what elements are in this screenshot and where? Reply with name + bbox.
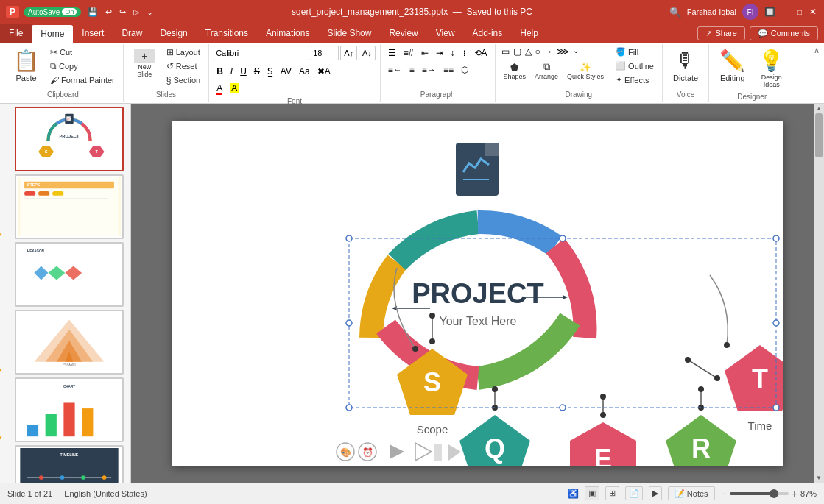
increase-font-button[interactable]: A↑ [340, 46, 357, 60]
highlight-button[interactable]: A [227, 81, 242, 96]
tab-slide-show[interactable]: Slide Show [318, 24, 380, 43]
tab-view[interactable]: View [427, 24, 464, 43]
tab-home[interactable]: Home [32, 25, 73, 43]
autosave-toggle[interactable]: On [62, 8, 77, 15]
shape-item-round-rect[interactable]: ▢ [512, 46, 523, 57]
shape-item-arrow[interactable]: → [543, 46, 554, 57]
shapes-button[interactable]: ⬟ Shapes [500, 60, 530, 82]
layout-button[interactable]: ⊞ Layout [163, 46, 204, 59]
format-painter-button[interactable]: 🖌 Format Painter [46, 74, 119, 87]
collapse-ribbon-button[interactable]: ∧ [814, 46, 820, 55]
view-reading-button[interactable]: 📄 [625, 486, 643, 500]
slide-thumb-3[interactable]: HEXAGON [15, 242, 124, 307]
italic-button[interactable]: I [228, 64, 236, 79]
undo-button[interactable]: ↩ [103, 7, 114, 18]
shape-item-chevron[interactable]: ⋙ [555, 46, 571, 57]
zoom-in-button[interactable]: + [792, 488, 797, 500]
design-ideas-button[interactable]: 💡 DesignIdeas [753, 46, 790, 91]
ribbon-display-button[interactable]: 🔲 [764, 7, 775, 17]
language: English (United States) [64, 489, 147, 498]
slide-count: Slide 1 of 21 [7, 489, 52, 498]
tab-insert[interactable]: Insert [73, 24, 113, 43]
line-spacing-button[interactable]: ↕ [448, 46, 458, 60]
slide-thumb-5[interactable]: CHART [15, 377, 124, 442]
view-slide-sorter-button[interactable]: ⊞ [605, 486, 619, 500]
arrange-button[interactable]: ⧉ Arrange [531, 59, 562, 82]
tab-design[interactable]: Design [151, 24, 196, 43]
redo-button[interactable]: ↪ [117, 7, 128, 18]
smart-art-convert-button[interactable]: ⬡ [458, 63, 471, 77]
cut-button[interactable]: ✂ Cut [46, 46, 119, 59]
indent-less-button[interactable]: ⇤ [418, 46, 432, 60]
slide-thumb-6[interactable]: TIMELINE [15, 445, 124, 483]
scroll-up-button[interactable]: ▲ [816, 105, 822, 112]
section-button[interactable]: § Section [163, 74, 204, 87]
tab-file[interactable]: File [0, 24, 32, 43]
slide-thumb-2[interactable]: STEPS [15, 174, 124, 239]
character-spacing-button[interactable]: AV [278, 64, 295, 79]
clear-format-button[interactable]: ✖A [314, 64, 334, 79]
font-color-button[interactable]: A [214, 81, 225, 96]
text-direction-button[interactable]: ⟲A [471, 46, 490, 60]
present-button[interactable]: ▷ [131, 7, 141, 18]
view-normal-button[interactable]: ▣ [585, 486, 599, 500]
tab-add-ins[interactable]: Add-ins [464, 24, 512, 43]
bullets-button[interactable]: ☰ [385, 46, 399, 60]
align-center-button[interactable]: ≡ [406, 63, 418, 77]
align-right-button[interactable]: ≡→ [419, 63, 439, 77]
more-options-button[interactable]: ⌄ [144, 7, 155, 18]
autosave-badge[interactable]: AutoSave On [24, 7, 81, 17]
comments-button[interactable]: 💬 Comments [750, 26, 818, 40]
tab-help[interactable]: Help [511, 24, 547, 43]
save-button[interactable]: 💾 [85, 7, 100, 18]
tab-review[interactable]: Review [380, 24, 426, 43]
tab-animations[interactable]: Animations [257, 24, 318, 43]
zoom-slider-track[interactable] [730, 492, 789, 495]
paste-button[interactable]: 📋 Paste [7, 46, 45, 85]
reset-button[interactable]: ↺ Reset [163, 60, 204, 73]
quick-styles-button[interactable]: ✨ Quick Styles [563, 60, 608, 82]
decrease-font-button[interactable]: A↓ [359, 46, 376, 60]
scroll-down-button[interactable]: ▼ [816, 475, 822, 481]
shape-item-rect[interactable]: ▭ [500, 46, 511, 57]
shape-effects-button[interactable]: ✦ Effects [612, 74, 658, 86]
shape-outline-button[interactable]: ⬜ Outline [612, 60, 658, 72]
view-slide-show-button[interactable]: ▶ [649, 486, 662, 500]
search-icon[interactable]: 🔍 [669, 7, 681, 18]
new-slide-button[interactable]: + New Slide [128, 46, 161, 81]
dictate-button[interactable]: 🎙 Dictate [667, 46, 704, 85]
font-case-button[interactable]: Aa [296, 64, 313, 79]
zoom-out-button[interactable]: − [721, 488, 727, 500]
tab-draw[interactable]: Draw [113, 24, 151, 43]
bold-button[interactable]: B [214, 64, 226, 79]
share-button[interactable]: ↗ Share [697, 26, 744, 40]
maximize-button[interactable]: □ [795, 7, 805, 17]
tab-transitions[interactable]: Transitions [197, 24, 257, 43]
slide-thumb-4[interactable]: PYRAMID [15, 310, 124, 375]
editing-button[interactable]: ✏️ Editing [714, 46, 751, 85]
slide-thumb-1[interactable]: S T PROJECT 📈 [15, 107, 124, 171]
slide-canvas[interactable]: PROJECT Your Text Here S Scope [172, 121, 783, 466]
align-left-button[interactable]: ≡← [385, 63, 405, 77]
shadow-button[interactable]: S̲ [264, 64, 276, 79]
underline-button[interactable]: U [237, 64, 250, 79]
columns-button[interactable]: ⫶ [459, 46, 470, 60]
shape-item-circle[interactable]: ○ [534, 46, 542, 57]
zoom-slider-thumb[interactable] [770, 489, 778, 498]
vertical-scrollbar[interactable]: ▲ ▼ [814, 104, 824, 483]
close-button[interactable]: ✕ [808, 7, 818, 17]
shape-fill-button[interactable]: 🪣 Fill [612, 46, 658, 58]
notes-button[interactable]: 📝 Notes [668, 486, 715, 500]
indent-more-button[interactable]: ⇥ [433, 46, 446, 60]
numbering-button[interactable]: ≡# [401, 46, 417, 60]
shape-item-more[interactable]: ⌄ [571, 46, 580, 57]
zoom-level[interactable]: 87% [800, 489, 817, 498]
copy-button[interactable]: ⧉ Copy [46, 60, 119, 73]
font-size-input[interactable] [311, 46, 339, 60]
font-name-input[interactable] [214, 46, 309, 60]
shape-item-triangle[interactable]: △ [524, 46, 533, 57]
scroll-thumb[interactable] [815, 113, 823, 157]
minimize-button[interactable]: — [781, 7, 792, 17]
justify-button[interactable]: ≡≡ [440, 63, 457, 77]
strikethrough-button[interactable]: S [251, 64, 263, 79]
